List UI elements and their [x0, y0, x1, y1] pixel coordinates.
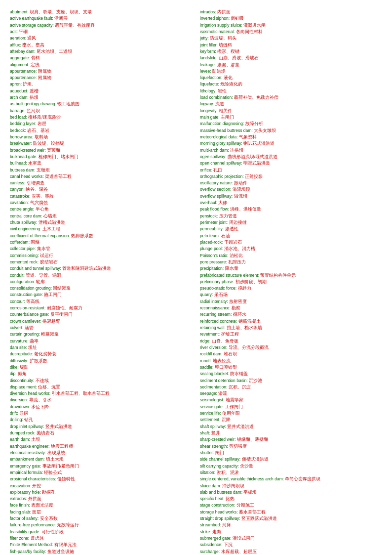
list-item: ogee spillway: 曲线形溢流坝/堰式溢洪道 — [200, 154, 382, 160]
list-item: diffusivity: 扩散系数 — [10, 358, 192, 364]
list-item: runoff: 地表径流 — [200, 358, 382, 364]
list-item: decrepitude: 老化劣势衰 — [10, 351, 192, 357]
list-item: overhaul: 大修 — [200, 200, 382, 206]
list-item: Poisson's ratio: 泊松比 — [200, 253, 382, 258]
list-item: oscillatory nature: 振动件 — [200, 180, 382, 186]
list-item: ridge: 山脊、鱼脊板 — [200, 338, 382, 344]
list-item: liquefaction: 液化 — [200, 75, 382, 81]
list-item: cavitation: 气穴腐蚀 — [10, 200, 192, 206]
list-item: leakage: 渗漏、渗量 — [200, 62, 382, 68]
list-item: centre angle: 半心角 — [10, 206, 192, 212]
list-item: sharp-crested weir: 锐缘堰、薄壁堰 — [200, 436, 382, 442]
list-item: commissioning: 试运行 — [10, 253, 192, 258]
list-item: bullhead: 水室盖 — [10, 160, 192, 166]
list-item: drilling: 钻孔 — [10, 417, 192, 423]
list-item: curtain grouting: 帷幕灌浆 — [10, 331, 192, 337]
list-item: afterbay dam: 尾水池坝、二道坝 — [10, 48, 192, 54]
list-item: load combination: 载荷补偿、免载力补偿 — [200, 94, 382, 100]
list-item: diversion head works: 引水首部工程、取水首部工程 — [10, 390, 192, 396]
list-item: corrosion-resistant: 耐腐蚀性、耐腐力 — [10, 305, 192, 311]
list-item: shutter: 闸门 — [200, 450, 382, 456]
list-item: landslide: 山崩、滑坡、滑坡石 — [200, 55, 382, 61]
list-item: conduit and tunnel spillway: 管道和隧洞建筑式溢洪道 — [10, 265, 192, 271]
list-item: central core dam: 心墙坝 — [10, 213, 192, 219]
main-content: abutment: 坝肩、桥墩、支座、坝坝、支墩active earthquak… — [10, 9, 382, 555]
list-item: dike: 堤防 — [10, 364, 192, 370]
right-column: intrados: 内拱面inverted siphon: 倒虹吸irrigat… — [200, 9, 382, 555]
list-item: seismologist: 地震学家 — [200, 397, 382, 403]
list-item: keyform: 楔形、楔键 — [200, 48, 382, 54]
list-item: malfunction diagnosing: 故障分析 — [200, 121, 382, 127]
list-item: sluice dam: 冲沙闸坝坝 — [200, 483, 382, 489]
list-item: excavation: 开挖 — [10, 483, 192, 489]
list-item: liquefacte: 危险液化的 — [200, 81, 382, 87]
list-item: service life: 使用年限 — [200, 410, 382, 416]
list-item: diversion: 导流、引水 — [10, 397, 192, 403]
list-item: appurtenance: 附属物 — [10, 68, 192, 74]
list-item: curvature: 曲率 — [10, 338, 192, 344]
list-item: catastroke: 灾害、事故 — [10, 193, 192, 199]
list-item: canyon: 峡谷、深谷 — [10, 186, 192, 192]
list-item: intrados: 内拱面 — [200, 9, 382, 15]
list-item: shaft: 竖井 — [200, 430, 382, 436]
list-item: reinforced concrete: 钢筋混凝土 — [200, 318, 382, 324]
list-item: single centered, variable thickness arch… — [200, 476, 382, 482]
list-item: permeability: 渗透性 — [200, 226, 382, 232]
list-item: siltation: 淤积、泥淤 — [200, 470, 382, 475]
list-item: cofferdam: 围堰 — [10, 239, 192, 245]
list-item: pseudo-static force: 拟静力 — [200, 285, 382, 291]
list-item: drift: 导硐 — [10, 410, 192, 416]
list-item: jetty: 防波堤、码头 — [200, 35, 382, 41]
list-item: placed-rock: 干砌岩石 — [200, 239, 382, 245]
list-item: reconnaissance: 勘察 — [200, 305, 382, 311]
list-item: failure-free performance: 无故障运行 — [10, 522, 192, 528]
list-item: shaft spillway: 竖井式溢洪道 — [200, 424, 382, 429]
list-item: broad-crested weir: 宽顶堰 — [10, 147, 192, 153]
list-item: contour: 等高线 — [10, 299, 192, 304]
list-item: aeration: 通风 — [10, 35, 192, 41]
list-item: feasibility-grade: 可行性阶段 — [10, 529, 192, 535]
list-item: longevity: 相关件 — [200, 108, 382, 114]
list-item: conduit: 管道、导管、涵洞、 — [10, 272, 192, 278]
list-item: afflux: 壅水、壅高 — [10, 42, 192, 48]
list-item: specific heat: 比热 — [200, 496, 382, 502]
list-item: meteorological data: 气象资料 — [200, 134, 382, 140]
list-item: aggregate: 骨料 — [10, 55, 192, 61]
list-item: radial intensity: 放射密度 — [200, 299, 382, 304]
list-item: main gate: 主闸门 — [200, 114, 382, 120]
list-item: counterbalance gate: 反平衡闸门 — [10, 311, 192, 317]
list-item: empirical formula: 经验公式 — [10, 470, 192, 475]
list-item: consolidation grouting: 固结灌浆 — [10, 285, 192, 291]
list-item: dam site: 坝址 — [10, 344, 192, 350]
list-item: fish-pass/by facility: 鱼道过鱼设施 — [10, 549, 192, 555]
list-item: discontinuity: 不连续 — [10, 378, 192, 384]
list-item: preliminary phase: 初步阶段、初期 — [200, 279, 382, 285]
list-item: apron: 护坦、 — [10, 81, 192, 87]
list-item: as-built geology drawing: 竣工地质图 — [10, 101, 192, 107]
list-item: settlement: 沉降 — [200, 417, 382, 423]
list-item: canal head works: 渠道首部工程 — [10, 173, 192, 179]
list-item: crown cantilever: 拱冠悬臂 — [10, 318, 192, 324]
list-item: sediment detention basin: 沉沙池 — [200, 378, 382, 384]
list-item: drawdown: 水位下降 — [10, 404, 192, 410]
list-item: pore pressure: 孔隙压力 — [200, 259, 382, 265]
list-item: extrados: 外拱面 — [10, 496, 192, 502]
list-item: lithology: 岩性 — [200, 88, 382, 94]
list-item: petroleum: 石油 — [200, 233, 382, 239]
list-item: joint filler: 填缝料 — [200, 42, 382, 48]
list-item: slab and buttress dam: 平板坝 — [200, 489, 382, 495]
list-item: straight drop spillway: 竖直跌落式溢洪道 — [200, 515, 382, 521]
list-item: storage head works: 蓄水首部工程 — [200, 509, 382, 515]
list-item: arch dam: 拱坝 — [10, 94, 192, 100]
list-item: alignment: 定线 — [10, 62, 192, 68]
list-item: barrage: 拦河坝 — [10, 108, 192, 114]
list-item: civil engineering: 土木工程 — [10, 226, 192, 232]
list-item: overflow section: 溢流坝段 — [200, 186, 382, 192]
list-item: inverted siphon: 倒虹吸 — [200, 15, 382, 21]
list-item: active earthquake fault: 活断层 — [10, 15, 192, 21]
list-item: embankment dam: 填土大坝 — [10, 456, 192, 462]
list-item: subsidence: 下沉 — [200, 542, 382, 548]
list-item: drop inlet spillway: 竖井式溢洪道 — [10, 424, 192, 429]
list-item: buttress dam: 支墩坝 — [10, 167, 192, 173]
list-item: filter zone: 反虑体 — [10, 535, 192, 541]
